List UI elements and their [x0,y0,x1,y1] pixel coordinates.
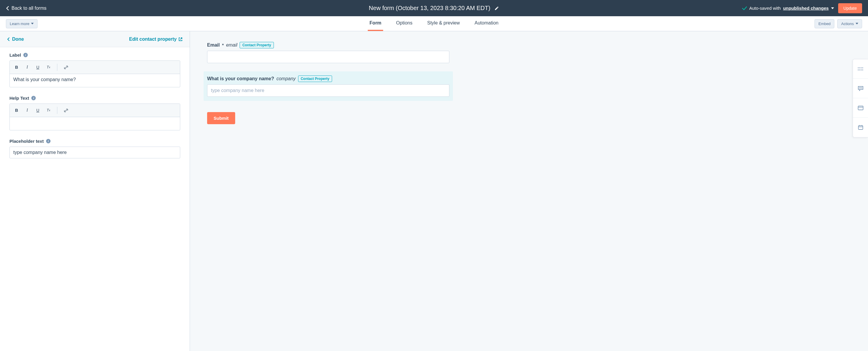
submit-button[interactable]: Submit [207,112,235,124]
svg-point-1 [859,67,860,68]
form-title: New form (October 13, 2023 8:30:20 AM ED… [369,5,490,11]
tab-automation[interactable]: Automation [473,16,500,31]
rail-calendar-icon[interactable] [853,118,868,137]
tab-form[interactable]: Form [368,16,383,31]
link-button[interactable] [63,107,69,113]
info-icon[interactable]: i [23,53,28,57]
placeholder-input[interactable] [9,147,180,159]
secondary-bar: Learn more Form Options Style & preview … [0,16,868,31]
learn-more-button[interactable]: Learn more [6,19,37,28]
done-label: Done [12,37,24,42]
svg-point-4 [858,69,859,70]
done-button[interactable]: Done [7,37,24,42]
preview-company-input[interactable] [207,84,450,97]
info-icon[interactable]: i [46,139,51,143]
bold-button[interactable]: B [13,107,20,113]
tab-options[interactable]: Options [395,16,414,31]
preview-inner: Email * email Contact Property What is y… [207,40,450,124]
caret-down-icon [831,7,834,9]
required-mark: * [222,43,224,47]
helptext-input[interactable] [10,117,180,130]
bold-button[interactable]: B [13,64,20,70]
main-content: Done Edit contact property Label i B I U [0,31,868,351]
field-editor-header: Done Edit contact property [0,31,190,47]
svg-point-3 [862,67,863,68]
placeholder-heading-row: Placeholder text i [9,139,180,144]
preview-field-slug: email [226,42,237,48]
preview-field-email[interactable]: Email * email Contact Property [207,40,450,65]
editor-tabs: Form Options Style & preview Automation [368,16,500,31]
preview-field-label: Email [207,42,220,48]
embed-button[interactable]: Embed [814,19,834,28]
svg-point-5 [859,69,860,70]
learn-more-label: Learn more [10,22,29,26]
placeholder-heading: Placeholder text [9,139,44,144]
preview-field-label: What is your company name? [207,76,274,81]
rail-grid-icon[interactable] [853,59,868,79]
toolbar-separator [57,64,57,71]
clear-format-button[interactable]: Tx [45,64,52,70]
form-preview-panel: Email * email Contact Property What is y… [190,31,868,351]
header-center: New form (October 13, 2023 8:30:20 AM ED… [369,5,499,11]
update-button[interactable]: Update [838,3,862,13]
label-rte: B I U Tx What is your company name? [9,61,180,87]
clear-format-button[interactable]: Tx [45,107,52,113]
svg-rect-13 [858,126,863,130]
check-icon [742,6,747,10]
field-editor-body: Label i B I U Tx What is your company [0,47,190,172]
underline-button[interactable]: U [35,64,41,70]
label-heading-row: Label i [9,52,180,58]
contact-property-badge: Contact Property [298,75,332,82]
svg-point-6 [861,69,862,70]
underline-button[interactable]: U [35,107,41,113]
link-button[interactable] [63,64,69,70]
chevron-left-icon [7,37,10,41]
actions-button[interactable]: Actions [837,19,862,28]
svg-point-2 [861,67,862,68]
svg-point-7 [862,69,863,70]
toolbar-separator [57,107,57,114]
preview-email-input[interactable] [207,51,450,63]
helptext-rte: B I U Tx [9,104,180,130]
top-bar: Back to all forms New form (October 13, … [0,0,868,16]
helptext-field-block: Help Text i B I U Tx [9,96,180,130]
italic-button[interactable]: I [24,107,30,113]
svg-point-8 [859,87,860,88]
autosave-prefix: Auto-saved with [749,6,781,11]
rail-window-icon[interactable] [853,98,868,118]
label-input[interactable]: What is your company name? [10,74,180,87]
helptext-rte-toolbar: B I U Tx [10,104,180,117]
edit-contact-property-link[interactable]: Edit contact property [129,37,183,42]
right-rail [852,59,868,137]
caret-down-icon [856,23,858,25]
label-field-block: Label i B I U Tx What is your company [9,52,180,87]
svg-point-0 [858,67,859,68]
label-heading: Label [9,52,21,58]
label-rte-toolbar: B I U Tx [10,61,180,74]
edit-prop-label: Edit contact property [129,37,177,42]
back-label: Back to all forms [11,6,46,11]
rail-chat-icon[interactable] [853,79,868,98]
actions-label: Actions [841,22,854,26]
preview-field-company[interactable]: What is your company name? company Conta… [204,71,453,101]
field-editor-panel: Done Edit contact property Label i B I U [0,31,190,351]
external-link-icon [179,37,183,41]
autosave-status[interactable]: Auto-saved with unpublished changes [742,6,834,11]
back-to-forms-link[interactable]: Back to all forms [6,6,46,11]
contact-property-badge: Contact Property [240,42,274,48]
preview-field-label-row: What is your company name? company Conta… [207,75,450,82]
svg-rect-11 [858,106,863,110]
header-right: Auto-saved with unpublished changes Upda… [742,3,862,13]
helptext-heading-row: Help Text i [9,96,180,101]
svg-point-10 [862,87,862,88]
edit-title-icon[interactable] [495,6,499,11]
tab-style-preview[interactable]: Style & preview [426,16,462,31]
preview-field-slug: company [277,76,296,81]
italic-button[interactable]: I [24,64,30,70]
info-icon[interactable]: i [31,96,36,100]
caret-down-icon [31,23,34,25]
autosave-unpublished: unpublished changes [783,6,829,11]
helptext-heading: Help Text [9,96,29,101]
placeholder-field-block: Placeholder text i [9,139,180,159]
chevron-left-icon [6,6,9,11]
